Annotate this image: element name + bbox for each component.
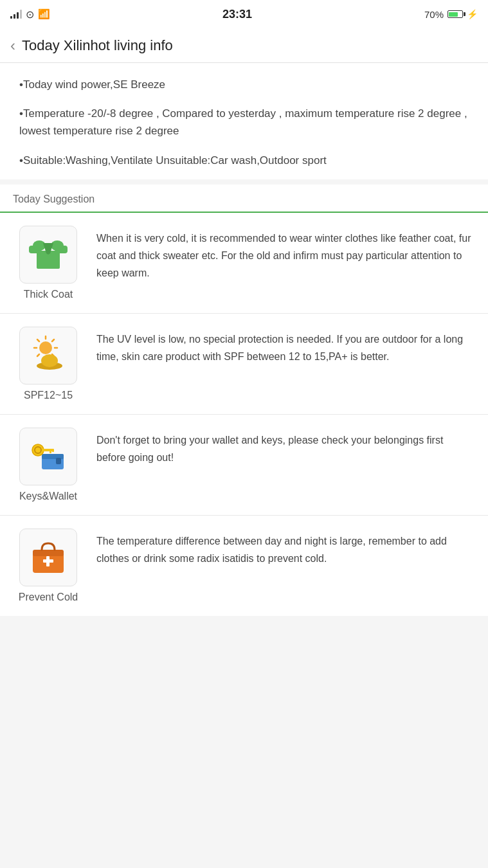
spf-label: SPF12~15 xyxy=(24,390,73,401)
thick-coat-text: When it is very cold, it is recommended … xyxy=(96,226,475,282)
suggestion-keys: Keys&Wallet Don't forget to bring your w… xyxy=(0,415,488,516)
thick-coat-icon-area: Thick Coat xyxy=(13,226,84,300)
keys-label: Keys&Wallet xyxy=(19,491,77,502)
status-bar: ⊙ 📶 23:31 70% ⚡ xyxy=(0,0,488,28)
svg-rect-28 xyxy=(33,550,64,556)
suitable-info: •Suitable:Washing,Ventilate Unsuitable:C… xyxy=(19,152,469,169)
svg-rect-26 xyxy=(52,449,54,452)
prevent-cold-text: The temperature difference between day a… xyxy=(96,529,475,567)
svg-point-8 xyxy=(39,341,52,354)
carrier-icon: ⊙ xyxy=(26,8,34,21)
wifi-icon: 📶 xyxy=(38,8,50,20)
prevent-cold-icon-area: Prevent Cold xyxy=(13,529,84,603)
svg-rect-24 xyxy=(42,449,53,451)
back-button[interactable]: ‹ xyxy=(10,37,15,55)
page-header: ‹ Today Xilinhot living info xyxy=(0,28,488,63)
battery-icon xyxy=(447,10,463,18)
thick-coat-icon xyxy=(28,234,69,275)
svg-point-18 xyxy=(41,354,58,367)
battery-percent: 70% xyxy=(424,9,444,20)
spf-icon xyxy=(28,335,69,376)
prevent-cold-label: Prevent Cold xyxy=(19,592,78,603)
keys-icon-area: Keys&Wallet xyxy=(13,428,84,502)
suggestion-section: Today Suggestion xyxy=(0,185,488,616)
wind-info: •Today wind power,SE Breeze xyxy=(19,76,469,93)
signal-icon xyxy=(10,10,22,19)
keys-icon-box xyxy=(19,428,77,485)
thick-coat-label: Thick Coat xyxy=(24,289,73,300)
status-time: 23:31 xyxy=(222,8,252,21)
svg-point-6 xyxy=(51,240,64,251)
suggestion-thick-coat: Thick Coat When it is very cold, it is r… xyxy=(0,213,488,314)
info-section: •Today wind power,SE Breeze •Temperature… xyxy=(0,63,488,179)
svg-line-15 xyxy=(52,339,54,341)
svg-line-16 xyxy=(37,354,39,356)
spf-icon-box xyxy=(19,327,77,384)
status-left: ⊙ 📶 xyxy=(10,8,50,21)
svg-rect-25 xyxy=(50,449,51,453)
svg-rect-21 xyxy=(56,458,61,464)
spf-icon-area: SPF12~15 xyxy=(13,327,84,401)
prevent-cold-icon-box xyxy=(19,529,77,586)
svg-point-5 xyxy=(33,240,46,251)
keys-text: Don't forget to bring your wallet and ke… xyxy=(96,428,475,466)
spf-text: The UV level is low, no special protecti… xyxy=(96,327,475,365)
temperature-info: •Temperature -20/-8 degree , Compared to… xyxy=(19,105,469,140)
thick-coat-icon-box xyxy=(19,226,77,284)
suggestion-header: Today Suggestion xyxy=(0,185,488,213)
status-right: 70% ⚡ xyxy=(424,9,478,20)
keys-icon xyxy=(28,436,69,477)
svg-rect-30 xyxy=(46,556,50,566)
suggestion-prevent-cold: Prevent Cold The temperature difference … xyxy=(0,516,488,616)
suggestion-spf: SPF12~15 The UV level is low, no special… xyxy=(0,314,488,415)
charging-icon: ⚡ xyxy=(467,9,478,19)
page-title: Today Xilinhot living info xyxy=(22,37,173,54)
prevent-cold-icon xyxy=(28,537,69,578)
svg-line-13 xyxy=(37,339,39,341)
